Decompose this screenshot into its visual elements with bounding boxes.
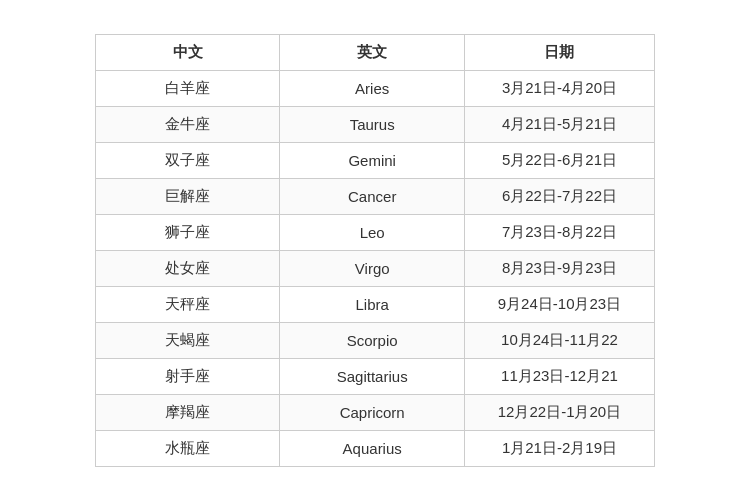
cell-english: Leo xyxy=(280,214,464,250)
table-row: 巨解座Cancer6月22日-7月22日 xyxy=(96,178,655,214)
header-chinese: 中文 xyxy=(96,34,280,70)
cell-english: Sagittarius xyxy=(280,358,464,394)
cell-dates: 9月24日-10月23日 xyxy=(464,286,654,322)
cell-dates: 11月23日-12月21 xyxy=(464,358,654,394)
table-row: 天秤座Libra9月24日-10月23日 xyxy=(96,286,655,322)
cell-dates: 7月23日-8月22日 xyxy=(464,214,654,250)
cell-dates: 4月21日-5月21日 xyxy=(464,106,654,142)
header-english: 英文 xyxy=(280,34,464,70)
cell-chinese: 射手座 xyxy=(96,358,280,394)
cell-english: Gemini xyxy=(280,142,464,178)
cell-english: Aquarius xyxy=(280,430,464,466)
cell-english: Scorpio xyxy=(280,322,464,358)
cell-chinese: 巨解座 xyxy=(96,178,280,214)
table-row: 白羊座Aries3月21日-4月20日 xyxy=(96,70,655,106)
cell-chinese: 双子座 xyxy=(96,142,280,178)
cell-english: Aries xyxy=(280,70,464,106)
cell-english: Capricorn xyxy=(280,394,464,430)
cell-chinese: 水瓶座 xyxy=(96,430,280,466)
cell-dates: 8月23日-9月23日 xyxy=(464,250,654,286)
cell-dates: 10月24日-11月22 xyxy=(464,322,654,358)
cell-chinese: 摩羯座 xyxy=(96,394,280,430)
table-row: 射手座Sagittarius11月23日-12月21 xyxy=(96,358,655,394)
cell-chinese: 天秤座 xyxy=(96,286,280,322)
zodiac-table-container: 中文 英文 日期 白羊座Aries3月21日-4月20日金牛座Taurus4月2… xyxy=(95,34,655,467)
table-row: 水瓶座Aquarius1月21日-2月19日 xyxy=(96,430,655,466)
cell-english: Cancer xyxy=(280,178,464,214)
cell-english: Libra xyxy=(280,286,464,322)
cell-dates: 1月21日-2月19日 xyxy=(464,430,654,466)
cell-dates: 3月21日-4月20日 xyxy=(464,70,654,106)
table-row: 天蝎座Scorpio10月24日-11月22 xyxy=(96,322,655,358)
cell-english: Taurus xyxy=(280,106,464,142)
table-header-row: 中文 英文 日期 xyxy=(96,34,655,70)
header-dates: 日期 xyxy=(464,34,654,70)
cell-dates: 6月22日-7月22日 xyxy=(464,178,654,214)
cell-dates: 12月22日-1月20日 xyxy=(464,394,654,430)
cell-chinese: 白羊座 xyxy=(96,70,280,106)
table-row: 狮子座Leo7月23日-8月22日 xyxy=(96,214,655,250)
cell-chinese: 狮子座 xyxy=(96,214,280,250)
cell-chinese: 处女座 xyxy=(96,250,280,286)
table-row: 双子座Gemini5月22日-6月21日 xyxy=(96,142,655,178)
cell-dates: 5月22日-6月21日 xyxy=(464,142,654,178)
table-row: 处女座Virgo8月23日-9月23日 xyxy=(96,250,655,286)
cell-chinese: 金牛座 xyxy=(96,106,280,142)
table-row: 金牛座Taurus4月21日-5月21日 xyxy=(96,106,655,142)
cell-chinese: 天蝎座 xyxy=(96,322,280,358)
zodiac-table: 中文 英文 日期 白羊座Aries3月21日-4月20日金牛座Taurus4月2… xyxy=(95,34,655,467)
cell-english: Virgo xyxy=(280,250,464,286)
table-row: 摩羯座Capricorn12月22日-1月20日 xyxy=(96,394,655,430)
